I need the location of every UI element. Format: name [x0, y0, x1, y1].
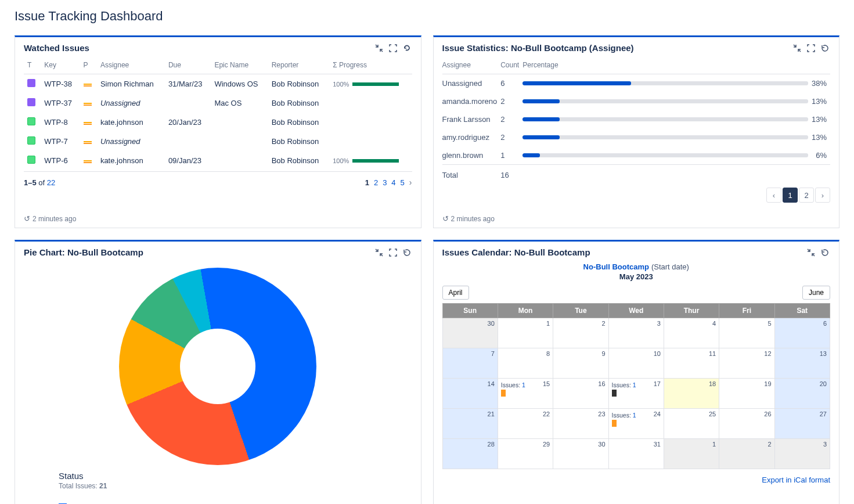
- day-number: 14: [488, 380, 495, 387]
- issue-key[interactable]: WTP-8: [41, 113, 80, 132]
- calendar-cell[interactable]: 18: [664, 379, 719, 409]
- day-number: 3: [823, 441, 827, 448]
- calendar-cell[interactable]: 6: [774, 318, 830, 348]
- pager-page[interactable]: 4: [391, 178, 395, 187]
- calendar-cell[interactable]: 9: [553, 348, 608, 379]
- pager-page[interactable]: 5: [401, 178, 405, 187]
- due-cell: 09/Jan/23: [165, 151, 211, 170]
- stat-bar: [523, 81, 808, 85]
- progress-cell: 100%: [329, 151, 412, 170]
- pager-page[interactable]: 2: [374, 178, 378, 187]
- calendar-grid: SunMonTueWedThurFriSat 30123456789101112…: [442, 303, 831, 469]
- issue-key[interactable]: WTP-37: [41, 93, 80, 113]
- calendar-project-link[interactable]: No-Bull Bootcamp: [583, 262, 649, 271]
- calendar-cell[interactable]: 2: [553, 318, 608, 348]
- stat-total-label: Total: [442, 165, 501, 185]
- refresh-icon[interactable]: [821, 249, 830, 257]
- due-cell: 20/Jan/23: [165, 113, 211, 132]
- col-epic: Epic Name: [211, 57, 268, 74]
- calendar-cell[interactable]: 1: [498, 318, 553, 348]
- refresh-icon[interactable]: [403, 44, 412, 52]
- legend-row: Open 10: [59, 498, 377, 504]
- table-row: glenn.brown 1 6%: [442, 146, 831, 165]
- calendar-cell[interactable]: 30: [553, 439, 608, 469]
- next-month-button[interactable]: June: [802, 286, 830, 300]
- maximize-icon[interactable]: [389, 44, 397, 52]
- calendar-cell[interactable]: 22: [498, 409, 553, 439]
- table-row[interactable]: WTP-7 Unassigned Bob Robinson: [24, 132, 412, 151]
- day-number: 20: [820, 380, 827, 387]
- calendar-cell[interactable]: 12: [719, 348, 774, 379]
- minimize-icon[interactable]: [793, 44, 801, 52]
- calendar-cell[interactable]: 17Issues: 1: [608, 379, 664, 409]
- stat-bar: [523, 135, 808, 139]
- day-number: 19: [764, 380, 771, 387]
- clock-icon: ↻: [24, 214, 30, 223]
- refresh-icon[interactable]: [403, 249, 412, 257]
- calendar-cell[interactable]: 27: [774, 409, 830, 439]
- calendar-cell[interactable]: 25: [664, 409, 719, 439]
- pie-legend-title: Status: [59, 471, 377, 481]
- issue-key[interactable]: WTP-38: [41, 74, 80, 94]
- pager-next-icon[interactable]: ›: [409, 178, 412, 187]
- col-assignee: Assignee: [97, 57, 165, 74]
- calendar-cell[interactable]: 4: [664, 318, 719, 348]
- calendar-cell[interactable]: 2: [719, 439, 774, 469]
- calendar-cell[interactable]: 1: [664, 439, 719, 469]
- calendar-cell[interactable]: 7: [442, 348, 498, 379]
- col-progress: Σ Progress: [329, 57, 412, 74]
- calendar-cell[interactable]: 30: [442, 318, 498, 348]
- issue-key[interactable]: WTP-6: [41, 151, 80, 170]
- calendar-cell[interactable]: 19: [719, 379, 774, 409]
- issue-key[interactable]: WTP-7: [41, 132, 80, 151]
- epic-cell: [211, 113, 268, 132]
- calendar-cell[interactable]: 24Issues: 1: [608, 409, 664, 439]
- calendar-day-header: Sat: [774, 304, 830, 318]
- calendar-cell[interactable]: 21: [442, 409, 498, 439]
- pager-page[interactable]: 1: [365, 178, 369, 187]
- calendar-cell[interactable]: 10: [608, 348, 664, 379]
- calendar-cell[interactable]: 8: [498, 348, 553, 379]
- pager-next-icon[interactable]: ›: [815, 188, 830, 203]
- calendar-cell[interactable]: 28: [442, 439, 498, 469]
- day-number: 24: [654, 411, 661, 417]
- calendar-day-header: Tue: [553, 304, 608, 318]
- minimize-icon[interactable]: [807, 249, 815, 257]
- table-row[interactable]: WTP-6 kate.johnson 09/Jan/23 Bob Robinso…: [24, 151, 412, 170]
- minimize-icon[interactable]: [375, 44, 383, 52]
- calendar-cell[interactable]: 20: [774, 379, 830, 409]
- day-number: 30: [598, 441, 605, 448]
- issue-chip-icon[interactable]: [612, 420, 617, 427]
- export-ical-link[interactable]: Export in iCal format: [762, 476, 830, 484]
- maximize-icon[interactable]: [807, 44, 815, 52]
- calendar-cell[interactable]: 5: [719, 318, 774, 348]
- calendar-cell[interactable]: 16: [553, 379, 608, 409]
- calendar-cell[interactable]: 29: [498, 439, 553, 469]
- pager-page[interactable]: 2: [799, 188, 814, 203]
- minimize-icon[interactable]: [375, 249, 383, 257]
- pager-page[interactable]: 1: [783, 188, 798, 203]
- calendar-cell[interactable]: 13: [774, 348, 830, 379]
- refresh-icon[interactable]: [821, 44, 830, 52]
- calendar-cell[interactable]: 3: [774, 439, 830, 469]
- day-number: 5: [767, 320, 771, 327]
- table-row[interactable]: WTP-38 Simon Richman 31/Mar/23 Windows O…: [24, 74, 412, 94]
- calendar-cell[interactable]: 14: [442, 379, 498, 409]
- table-row[interactable]: WTP-8 kate.johnson 20/Jan/23 Bob Robinso…: [24, 113, 412, 132]
- calendar-cell[interactable]: 3: [608, 318, 664, 348]
- prev-month-button[interactable]: April: [442, 286, 469, 300]
- pager-page[interactable]: 3: [383, 178, 387, 187]
- issue-chip-icon[interactable]: [612, 390, 617, 397]
- calendar-cell[interactable]: 31: [608, 439, 664, 469]
- issue-chip-icon[interactable]: [501, 390, 506, 397]
- calendar-cell[interactable]: 26: [719, 409, 774, 439]
- epic-cell: Windows OS: [211, 74, 268, 94]
- maximize-icon[interactable]: [389, 249, 397, 257]
- calendar-cell[interactable]: 11: [664, 348, 719, 379]
- epic-cell: [211, 132, 268, 151]
- table-row[interactable]: WTP-37 Unassigned Mac OS Bob Robinson: [24, 93, 412, 113]
- stat-name: Frank Larsson: [442, 110, 501, 128]
- calendar-cell[interactable]: 15Issues: 1: [498, 379, 553, 409]
- pager-prev-icon[interactable]: ‹: [766, 188, 781, 203]
- calendar-cell[interactable]: 23: [553, 409, 608, 439]
